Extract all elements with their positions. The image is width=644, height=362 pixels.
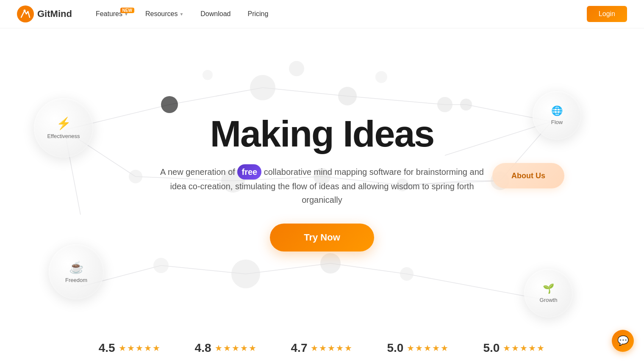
svg-point-36 (400, 267, 414, 281)
navbar: GitMind Features NEW ▼ Resources ▼ Downl… (0, 0, 644, 28)
about-us-bubble: About Us (492, 163, 564, 188)
plant-icon: 🌱 (543, 283, 554, 294)
growth-bubble: 🌱 Growth (524, 269, 573, 318)
effectiveness-bubble: ⚡ Effectiveness (34, 98, 93, 158)
rating-score: 4.8 (195, 341, 211, 355)
rating-item: 4.5 ★★★★★ (99, 341, 161, 355)
star-icons: ★★★★★ (503, 343, 545, 353)
svg-line-20 (407, 274, 542, 299)
svg-point-27 (460, 99, 472, 111)
svg-line-10 (347, 96, 445, 105)
about-us-label: About Us (511, 171, 545, 180)
rating-score: 4.5 (99, 341, 115, 355)
chat-button[interactable]: 💬 (612, 330, 634, 352)
free-badge: free (237, 164, 261, 180)
svg-line-9 (263, 88, 347, 96)
svg-point-33 (153, 258, 169, 273)
nav-resources[interactable]: Resources ▼ (139, 7, 190, 21)
svg-line-8 (169, 88, 263, 105)
nav-pricing[interactable]: Pricing (241, 7, 275, 21)
star-icons: ★★★★★ (311, 343, 353, 353)
rating-item: 5.0 ★★★★★ (483, 341, 545, 355)
login-button[interactable]: Login (587, 6, 627, 22)
svg-point-24 (250, 75, 275, 100)
svg-line-18 (246, 263, 330, 274)
svg-line-17 (161, 265, 246, 274)
rating-score: 5.0 (483, 341, 500, 355)
coffee-icon: ☕ (69, 260, 84, 274)
effectiveness-label: Effectiveness (47, 133, 80, 139)
flow-label: Flow (551, 119, 563, 125)
freedom-bubble: ☕ Freedom (49, 244, 104, 299)
rating-score: 5.0 (387, 341, 403, 355)
hero-title: Making Ideas (210, 113, 434, 155)
star-icons: ★★★★★ (119, 343, 161, 353)
svg-point-39 (375, 71, 387, 83)
flow-bubble: 🌐 Flow (533, 91, 581, 140)
svg-point-38 (289, 61, 304, 76)
try-now-button[interactable]: Try Now (270, 224, 374, 251)
brand-name: GitMind (37, 8, 72, 19)
star-icons: ★★★★★ (215, 343, 257, 353)
svg-point-0 (17, 6, 34, 22)
rating-score: 4.7 (291, 341, 308, 355)
svg-point-23 (161, 96, 178, 113)
freedom-label: Freedom (65, 277, 87, 283)
lightning-icon: ⚡ (56, 116, 71, 130)
rating-item: 4.7 ★★★★★ (291, 341, 353, 355)
nav-download[interactable]: Download (194, 7, 237, 21)
nav-features[interactable]: Features NEW ▼ (89, 7, 135, 21)
svg-point-28 (129, 170, 142, 183)
svg-point-1 (24, 10, 26, 12)
svg-point-25 (338, 87, 357, 105)
hero-subtitle: A new generation of free collaborative m… (157, 164, 487, 207)
flow-icon: 🌐 (551, 105, 563, 116)
rating-item: 4.8 ★★★★★ (195, 341, 257, 355)
new-badge: NEW (120, 8, 134, 13)
logo[interactable]: GitMind (17, 6, 72, 22)
svg-point-37 (203, 70, 213, 80)
chevron-down-icon: ▼ (179, 12, 183, 17)
svg-point-26 (437, 97, 452, 112)
logo-icon (17, 6, 34, 22)
star-icons: ★★★★★ (407, 343, 449, 353)
nav-items: Features NEW ▼ Resources ▼ Download Pric… (89, 7, 587, 21)
svg-line-19 (330, 263, 407, 274)
rating-item: 5.0 ★★★★★ (387, 341, 449, 355)
hero-content: Making Ideas A new generation of free co… (157, 113, 487, 252)
svg-point-35 (320, 253, 341, 274)
hero-section: ⚡ Effectiveness 🌐 Flow About Us ☕ Freedo… (0, 28, 644, 362)
ratings-bar: 4.5 ★★★★★ 4.8 ★★★★★ 4.7 ★★★★★ 5.0 ★★★★★ … (0, 334, 644, 362)
chat-icon: 💬 (617, 335, 629, 346)
svg-point-34 (231, 260, 260, 288)
growth-label: Growth (540, 297, 558, 303)
